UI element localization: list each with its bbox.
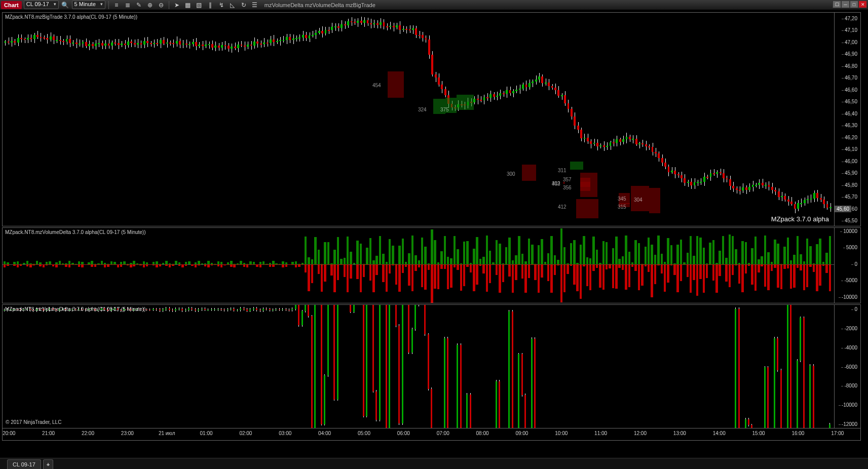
pointer-icon[interactable]: ➤ [172,1,181,10]
cum-delta-panel[interactable]: MZpack.NT8.mzVolumeDelta 3.7.0 alpha(CL … [2,304,861,428]
candle-body [820,198,822,200]
cum-delta-candle [596,305,598,428]
time-tick: 23:00 [121,431,134,436]
volume-bar [282,228,284,303]
zigzag-icon[interactable]: ↯ [217,1,226,10]
cum-delta-candle [324,305,326,428]
cum-delta-candle [560,305,562,428]
volume-bar [592,228,594,303]
candle-body [506,90,508,93]
candle-body [134,43,136,44]
cum-delta-candle [408,305,410,428]
data-icon[interactable]: ▦ [183,1,193,10]
pencil-icon[interactable]: ✎ [134,1,143,10]
cum-delta-candle [676,305,678,428]
volume-bar [408,228,410,303]
volume-bar [599,228,601,303]
cum-delta-candle [470,305,472,428]
tag-icon[interactable]: ◺ [228,1,237,10]
candle-body [360,21,362,23]
separator [108,1,109,9]
axis-tick: 46,10 [845,146,857,152]
volume-bar [169,228,171,303]
zoom-in-icon[interactable]: ⊕ [145,1,155,10]
window-min-icon[interactable]: ─ [841,1,850,8]
panel-title: MZpack.NT8.mzVolumeDelta 3.7.0 alpha(CL … [5,229,146,235]
image-icon[interactable]: ▧ [195,1,204,10]
window-max-icon[interactable]: □ [850,1,858,8]
price-axis[interactable]: 47,2047,1047,0046,9046,8046,7046,6046,50… [834,13,860,226]
candle-body [169,43,171,44]
tab-instrument[interactable]: CL 09-17 [7,459,41,469]
cum-delta-candle [237,305,239,428]
cum-delta-candle [528,305,530,428]
candle-body [641,143,644,144]
volume-plot[interactable] [3,228,834,303]
cum-delta-candle [563,305,565,428]
candle-body [732,186,734,188]
cum-delta-candle [17,305,19,428]
price-plot[interactable]: MZpack 3.7.0 alpha 454324375300311357302… [3,13,834,226]
window-link-icon[interactable]: ☐ [833,1,841,8]
volume-bar [411,228,413,303]
cum-delta-candle [253,305,255,428]
cum-axis[interactable]: 0-2000-4000-6000-8000-10000-12000 [834,305,860,428]
candle-body [156,43,158,44]
cum-delta-candle [809,305,811,428]
cum-delta-candle [486,305,488,428]
candle-body [522,85,524,88]
candle-body [253,42,255,45]
time-axis[interactable]: 20:0021:0022:0023:0021 июл01:0002:0003:0… [2,428,861,441]
cum-delta-candle [719,305,721,428]
cum-delta-candle [68,305,70,428]
cum-plot[interactable]: © 2017 NinjaTrader, LLC [3,305,834,428]
candle-body [405,29,407,30]
tab-add[interactable]: + [43,459,53,469]
volume-bar [829,228,831,303]
cum-delta-candle [149,305,151,428]
cum-delta-candle [437,305,439,428]
volume-bar [680,228,682,303]
settings-icon[interactable]: ☰ [250,1,259,10]
volume-bar [107,228,109,303]
candle-body [435,74,437,78]
cum-delta-candle [327,305,329,428]
volume-bar [291,228,293,303]
volume-bar [104,228,106,303]
candle-body [489,94,492,98]
window-close-icon[interactable]: ✕ [858,1,867,8]
candle-body [267,43,269,44]
candle-wick [131,40,132,47]
big-trade-label: 315 [618,204,626,210]
zoom-out-icon[interactable]: ⊖ [157,1,166,10]
cum-delta-candle [538,305,540,428]
pause-icon[interactable]: ∥ [206,1,215,10]
bolt-icon[interactable]: ≣ [123,1,132,10]
candle-body [69,39,71,43]
candle-body [729,179,731,186]
volume-bar [638,228,640,303]
search-icon[interactable]: 🔍 [61,1,70,10]
volume-delta-panel[interactable]: MZpack.NT8.mzVolumeDelta 3.7.0 alpha(CL … [2,227,861,303]
cum-delta-candle [699,305,701,428]
bars-icon[interactable]: ≡ [112,1,121,10]
time-tick: 17:00 [831,431,844,436]
cum-delta-candle [10,305,12,428]
candle-body [477,99,479,100]
volume-axis[interactable]: 1000050000-5000-10000 [834,228,860,303]
price-panel[interactable]: MZpack.NT8.mzBigTrade 3.7.0 alpha(CL 09-… [2,12,861,226]
cum-delta-candle [201,305,203,428]
refresh-icon[interactable]: ↻ [239,1,248,10]
candle-body [778,191,780,197]
cum-delta-candle [321,305,323,428]
timeframe-select[interactable]: 5 Minute [72,1,105,9]
candle-body [823,200,825,205]
volume-bar [13,228,15,303]
cum-delta-candle [185,305,187,428]
instrument-select[interactable]: CL 09-17 [24,1,59,9]
cum-delta-candle [550,305,552,428]
volume-bar [227,228,229,303]
big-trade-label: 412 [558,204,567,210]
candle-body [736,188,738,190]
axis-tick: 45,90 [845,170,857,176]
